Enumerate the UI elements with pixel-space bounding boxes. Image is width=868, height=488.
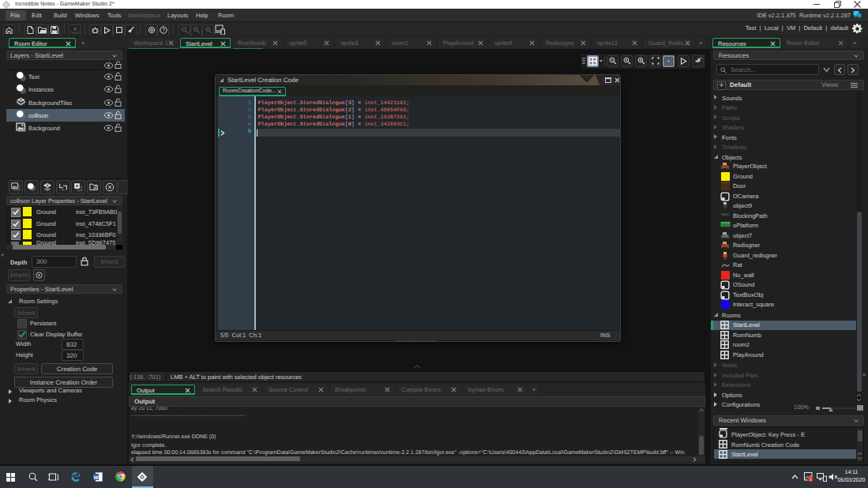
svg-text:?: ? — [162, 28, 165, 33]
svg-text:W: W — [93, 475, 99, 481]
svg-text:1: 1 — [810, 478, 812, 482]
